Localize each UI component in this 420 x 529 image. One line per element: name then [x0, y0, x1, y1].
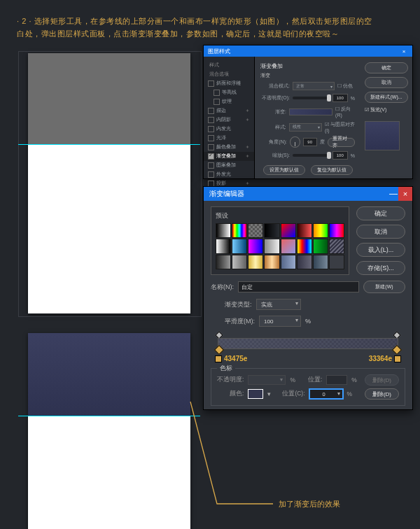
name-input[interactable]: 自定 — [238, 281, 359, 292]
scale-label: 缩放(S): — [260, 152, 290, 159]
make-default-button[interactable]: 设置为默认值 — [263, 165, 305, 175]
preset-swatch[interactable] — [232, 223, 247, 238]
effect-内阴影[interactable]: 内阴影＋ — [204, 115, 254, 125]
preset-swatch[interactable] — [264, 223, 279, 238]
preset-swatch[interactable] — [248, 255, 263, 269]
preset-swatch[interactable] — [329, 255, 344, 269]
close-icon[interactable]: × — [400, 48, 408, 55]
checkbox-icon[interactable] — [208, 126, 214, 132]
plus-icon[interactable]: ＋ — [245, 117, 250, 123]
new-style-button[interactable]: 新建样式(W)... — [365, 92, 408, 103]
preset-swatch[interactable] — [216, 255, 231, 269]
reset-align-button[interactable]: 重置对齐 — [328, 138, 355, 147]
close-icon[interactable]: × — [398, 187, 412, 201]
artboard-after — [28, 333, 190, 529]
checkbox-icon[interactable] — [208, 117, 214, 123]
preview-check[interactable]: ☑ 预览(V) — [365, 106, 408, 113]
preset-swatch[interactable] — [248, 223, 263, 238]
plus-icon[interactable]: ＋ — [245, 144, 250, 150]
preset-swatch[interactable] — [281, 239, 296, 253]
sidebar-category[interactable]: 样式 — [204, 61, 254, 70]
delete-button: 删除(D) — [365, 374, 399, 386]
opacity-slider[interactable] — [293, 97, 330, 99]
dither-check[interactable]: ☐ 仿色 — [337, 83, 353, 90]
effect-描边[interactable]: 描边＋ — [204, 106, 254, 115]
reset-default-button[interactable]: 复位为默认值 — [311, 165, 353, 175]
preset-swatch[interactable] — [297, 255, 312, 269]
preset-swatch[interactable] — [297, 239, 312, 253]
preset-swatch[interactable] — [232, 239, 247, 253]
layer-style-sidebar: 样式 混合选项 斜面和浮雕等高线纹理描边＋内阴影＋内发光光泽颜色叠加＋渐变叠加＋… — [204, 57, 255, 178]
checkbox-icon[interactable] — [214, 90, 220, 96]
effect-纹理[interactable]: 纹理 — [204, 97, 254, 106]
color-chip[interactable] — [248, 389, 263, 399]
effect-内发光[interactable]: 内发光 — [204, 125, 254, 134]
blend-mode-select[interactable]: 正常▾ — [293, 82, 335, 90]
type-select[interactable]: 实底 — [256, 299, 301, 310]
effect-斜面和浮雕[interactable]: 斜面和浮雕 — [204, 79, 254, 88]
preset-swatch[interactable] — [216, 239, 231, 253]
effect-光泽[interactable]: 光泽 — [204, 134, 254, 143]
sidebar-category[interactable]: 混合选项 — [204, 70, 254, 79]
angle-value[interactable]: 90 — [303, 138, 317, 146]
checkbox-icon[interactable] — [208, 80, 214, 87]
style-select[interactable]: 线性▾ — [289, 123, 322, 132]
preset-swatch[interactable] — [313, 223, 328, 238]
angle-dial[interactable] — [290, 136, 300, 148]
opacity-stop-right[interactable] — [394, 332, 400, 338]
type-label: 渐变类型: — [225, 300, 252, 309]
new-button[interactable]: 新建(W) — [363, 281, 405, 293]
preset-swatch[interactable] — [313, 239, 328, 253]
preset-swatch[interactable] — [232, 255, 247, 269]
cancel-button[interactable]: 取消 — [365, 77, 408, 88]
effect-外发光[interactable]: 外发光 — [204, 170, 254, 179]
smoothness-input[interactable]: 100 — [259, 316, 301, 327]
opacity-stop-left[interactable] — [216, 332, 222, 338]
gradient-editor-titlebar[interactable]: 渐变编辑器 — × — [204, 187, 412, 201]
angle-label: 角度(N): — [260, 139, 287, 146]
checkbox-icon[interactable] — [214, 99, 220, 105]
effect-等高线[interactable]: 等高线 — [204, 88, 254, 97]
preset-swatch[interactable] — [281, 255, 296, 269]
preset-swatch[interactable] — [281, 223, 296, 238]
preset-swatch[interactable] — [297, 223, 312, 238]
checkbox-icon[interactable] — [208, 135, 214, 141]
preset-swatch[interactable] — [248, 239, 263, 253]
preset-swatch[interactable] — [329, 239, 344, 253]
checkbox-icon[interactable] — [208, 153, 214, 160]
preset-swatch[interactable] — [216, 223, 231, 238]
delete-button[interactable]: 删除(D) — [365, 388, 399, 400]
checkbox-icon[interactable] — [208, 144, 214, 150]
load-button[interactable]: 载入(L)... — [356, 243, 405, 257]
preset-swatch[interactable] — [329, 223, 344, 238]
effect-颜色叠加[interactable]: 颜色叠加＋ — [204, 143, 254, 152]
position2-input[interactable]: 0 — [309, 389, 343, 399]
scale-value[interactable]: 100 — [332, 151, 348, 160]
plus-icon[interactable]: ＋ — [245, 108, 250, 114]
color-stop-right[interactable] — [393, 346, 400, 353]
reverse-check[interactable]: ☐ 反向(R) — [335, 106, 355, 118]
checkbox-icon[interactable] — [208, 171, 214, 178]
preset-swatch[interactable] — [264, 255, 279, 269]
ok-button[interactable]: 确定 — [365, 62, 408, 73]
effect-渐变叠加[interactable]: 渐变叠加＋ — [204, 152, 254, 161]
gradient-strip[interactable] — [211, 334, 405, 353]
minimize-icon[interactable]: — — [388, 189, 398, 199]
effect-图案叠加[interactable]: 图案叠加 — [204, 161, 254, 170]
preset-swatch[interactable] — [313, 255, 328, 269]
opacity-value[interactable]: 100 — [332, 94, 348, 102]
cancel-button[interactable]: 取消 — [356, 225, 405, 239]
name-label: 名称(N): — [211, 283, 234, 292]
layer-style-titlebar[interactable]: 图层样式 × — [204, 45, 412, 57]
ok-button[interactable]: 确定 — [356, 206, 405, 220]
align-check[interactable]: ☑ 与图层对齐(I) — [325, 121, 355, 133]
save-button[interactable]: 存储(S)... — [356, 261, 405, 275]
color-stop-left[interactable] — [216, 346, 223, 353]
preset-swatch[interactable] — [264, 239, 279, 253]
gradient-preview[interactable] — [289, 108, 332, 115]
presets-panel: 预设 — [211, 206, 349, 275]
plus-icon[interactable]: ＋ — [245, 153, 250, 160]
scale-slider[interactable] — [293, 154, 330, 157]
checkbox-icon[interactable] — [208, 162, 214, 169]
checkbox-icon[interactable] — [208, 108, 214, 114]
